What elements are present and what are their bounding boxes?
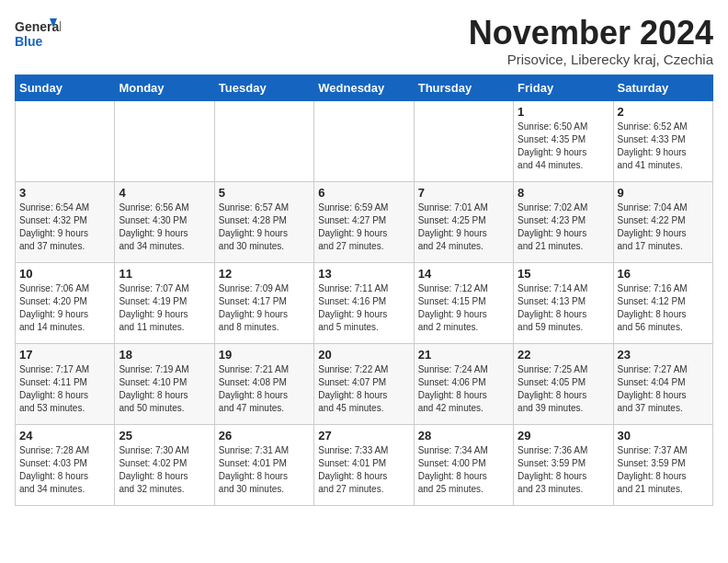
calendar-cell: 22Sunrise: 7:25 AM Sunset: 4:05 PM Dayli… xyxy=(514,343,613,424)
calendar-cell: 4Sunrise: 6:56 AM Sunset: 4:30 PM Daylig… xyxy=(115,181,214,262)
calendar-cell: 18Sunrise: 7:19 AM Sunset: 4:10 PM Dayli… xyxy=(115,343,214,424)
subtitle: Prisovice, Liberecky kraj, Czechia xyxy=(469,52,713,67)
calendar-cell: 16Sunrise: 7:16 AM Sunset: 4:12 PM Dayli… xyxy=(613,262,712,343)
month-title: November 2024 xyxy=(469,15,713,52)
day-number: 6 xyxy=(318,186,409,200)
day-number: 7 xyxy=(418,186,509,200)
header-monday: Monday xyxy=(115,75,214,100)
day-number: 20 xyxy=(318,348,409,362)
day-info: Sunrise: 7:06 AM Sunset: 4:20 PM Dayligh… xyxy=(19,282,110,334)
calendar-cell xyxy=(115,100,214,181)
day-info: Sunrise: 7:07 AM Sunset: 4:19 PM Dayligh… xyxy=(119,282,210,334)
day-number: 19 xyxy=(219,348,310,362)
day-info: Sunrise: 7:14 AM Sunset: 4:13 PM Dayligh… xyxy=(518,282,609,334)
header: General Blue November 2024 Prisovice, Li… xyxy=(15,15,713,67)
svg-text:Blue: Blue xyxy=(15,34,43,49)
calendar-cell: 9Sunrise: 7:04 AM Sunset: 4:22 PM Daylig… xyxy=(613,181,712,262)
calendar-cell: 2Sunrise: 6:52 AM Sunset: 4:33 PM Daylig… xyxy=(613,100,712,181)
day-number: 2 xyxy=(618,105,709,119)
day-number: 29 xyxy=(518,429,609,442)
day-number: 30 xyxy=(618,429,709,442)
calendar-cell: 20Sunrise: 7:22 AM Sunset: 4:07 PM Dayli… xyxy=(314,343,414,424)
calendar-cell: 3Sunrise: 6:54 AM Sunset: 4:32 PM Daylig… xyxy=(16,181,115,262)
header-saturday: Saturday xyxy=(613,75,712,100)
calendar-cell: 15Sunrise: 7:14 AM Sunset: 4:13 PM Dayli… xyxy=(514,262,613,343)
calendar-cell: 29Sunrise: 7:36 AM Sunset: 3:59 PM Dayli… xyxy=(514,424,613,505)
day-info: Sunrise: 7:25 AM Sunset: 4:05 PM Dayligh… xyxy=(518,363,609,415)
day-number: 24 xyxy=(19,429,110,442)
calendar-cell: 21Sunrise: 7:24 AM Sunset: 4:06 PM Dayli… xyxy=(414,343,513,424)
header-thursday: Thursday xyxy=(414,75,513,100)
header-sunday: Sunday xyxy=(16,75,115,100)
day-info: Sunrise: 7:21 AM Sunset: 4:08 PM Dayligh… xyxy=(219,363,310,415)
title-area: November 2024 Prisovice, Liberecky kraj,… xyxy=(469,15,713,67)
day-info: Sunrise: 7:33 AM Sunset: 4:01 PM Dayligh… xyxy=(318,444,409,496)
day-info: Sunrise: 7:28 AM Sunset: 4:03 PM Dayligh… xyxy=(19,444,110,496)
logo: General Blue xyxy=(15,15,61,53)
logo-svg: General Blue xyxy=(15,15,61,53)
day-info: Sunrise: 7:16 AM Sunset: 4:12 PM Dayligh… xyxy=(618,282,709,334)
day-number: 12 xyxy=(219,267,310,281)
day-number: 5 xyxy=(219,186,310,200)
day-number: 8 xyxy=(518,186,609,200)
day-info: Sunrise: 7:31 AM Sunset: 4:01 PM Dayligh… xyxy=(219,444,310,496)
day-number: 28 xyxy=(418,429,509,442)
day-number: 11 xyxy=(119,267,210,281)
header-friday: Friday xyxy=(514,75,613,100)
day-info: Sunrise: 7:01 AM Sunset: 4:25 PM Dayligh… xyxy=(418,201,509,253)
calendar-cell: 25Sunrise: 7:30 AM Sunset: 4:02 PM Dayli… xyxy=(115,424,214,505)
day-info: Sunrise: 6:54 AM Sunset: 4:32 PM Dayligh… xyxy=(19,201,110,253)
day-number: 3 xyxy=(19,186,110,200)
calendar-cell: 19Sunrise: 7:21 AM Sunset: 4:08 PM Dayli… xyxy=(214,343,313,424)
day-number: 23 xyxy=(618,348,709,362)
calendar-cell: 6Sunrise: 6:59 AM Sunset: 4:27 PM Daylig… xyxy=(314,181,414,262)
day-info: Sunrise: 7:30 AM Sunset: 4:02 PM Dayligh… xyxy=(119,444,210,496)
day-number: 27 xyxy=(318,429,409,442)
header-tuesday: Tuesday xyxy=(214,75,313,100)
day-info: Sunrise: 7:12 AM Sunset: 4:15 PM Dayligh… xyxy=(418,282,509,334)
day-number: 22 xyxy=(518,348,609,362)
day-info: Sunrise: 6:57 AM Sunset: 4:28 PM Dayligh… xyxy=(219,201,310,253)
calendar-cell: 28Sunrise: 7:34 AM Sunset: 4:00 PM Dayli… xyxy=(414,424,513,505)
day-number: 21 xyxy=(418,348,509,362)
day-info: Sunrise: 6:59 AM Sunset: 4:27 PM Dayligh… xyxy=(318,201,409,253)
calendar-cell: 8Sunrise: 7:02 AM Sunset: 4:23 PM Daylig… xyxy=(514,181,613,262)
day-number: 16 xyxy=(618,267,709,281)
day-info: Sunrise: 7:22 AM Sunset: 4:07 PM Dayligh… xyxy=(318,363,409,415)
day-info: Sunrise: 7:04 AM Sunset: 4:22 PM Dayligh… xyxy=(618,201,709,253)
calendar-cell xyxy=(314,100,414,181)
calendar-cell: 13Sunrise: 7:11 AM Sunset: 4:16 PM Dayli… xyxy=(314,262,414,343)
calendar-cell: 26Sunrise: 7:31 AM Sunset: 4:01 PM Dayli… xyxy=(214,424,313,505)
day-info: Sunrise: 6:50 AM Sunset: 4:35 PM Dayligh… xyxy=(518,121,609,172)
calendar-cell: 27Sunrise: 7:33 AM Sunset: 4:01 PM Dayli… xyxy=(314,424,414,505)
day-info: Sunrise: 7:27 AM Sunset: 4:04 PM Dayligh… xyxy=(618,363,709,415)
day-info: Sunrise: 7:34 AM Sunset: 4:00 PM Dayligh… xyxy=(418,444,509,496)
day-number: 1 xyxy=(518,105,609,119)
calendar-cell: 17Sunrise: 7:17 AM Sunset: 4:11 PM Dayli… xyxy=(16,343,115,424)
calendar-cell: 10Sunrise: 7:06 AM Sunset: 4:20 PM Dayli… xyxy=(16,262,115,343)
calendar-cell: 7Sunrise: 7:01 AM Sunset: 4:25 PM Daylig… xyxy=(414,181,513,262)
calendar-cell xyxy=(414,100,513,181)
calendar-cell: 11Sunrise: 7:07 AM Sunset: 4:19 PM Dayli… xyxy=(115,262,214,343)
day-number: 15 xyxy=(518,267,609,281)
day-info: Sunrise: 7:11 AM Sunset: 4:16 PM Dayligh… xyxy=(318,282,409,334)
calendar-cell: 14Sunrise: 7:12 AM Sunset: 4:15 PM Dayli… xyxy=(414,262,513,343)
day-info: Sunrise: 7:02 AM Sunset: 4:23 PM Dayligh… xyxy=(518,201,609,253)
day-number: 9 xyxy=(618,186,709,200)
header-wednesday: Wednesday xyxy=(314,75,414,100)
day-number: 25 xyxy=(119,429,210,442)
day-number: 10 xyxy=(19,267,110,281)
day-info: Sunrise: 7:37 AM Sunset: 3:59 PM Dayligh… xyxy=(618,444,709,496)
day-number: 17 xyxy=(19,348,110,362)
day-number: 14 xyxy=(418,267,509,281)
calendar-cell: 12Sunrise: 7:09 AM Sunset: 4:17 PM Dayli… xyxy=(214,262,313,343)
day-info: Sunrise: 7:36 AM Sunset: 3:59 PM Dayligh… xyxy=(518,444,609,496)
day-number: 13 xyxy=(318,267,409,281)
day-number: 26 xyxy=(219,429,310,442)
calendar-cell: 30Sunrise: 7:37 AM Sunset: 3:59 PM Dayli… xyxy=(613,424,712,505)
day-info: Sunrise: 7:09 AM Sunset: 4:17 PM Dayligh… xyxy=(219,282,310,334)
calendar-table: SundayMondayTuesdayWednesdayThursdayFrid… xyxy=(15,75,713,506)
calendar-cell xyxy=(214,100,313,181)
calendar-cell: 23Sunrise: 7:27 AM Sunset: 4:04 PM Dayli… xyxy=(613,343,712,424)
calendar-cell xyxy=(16,100,115,181)
